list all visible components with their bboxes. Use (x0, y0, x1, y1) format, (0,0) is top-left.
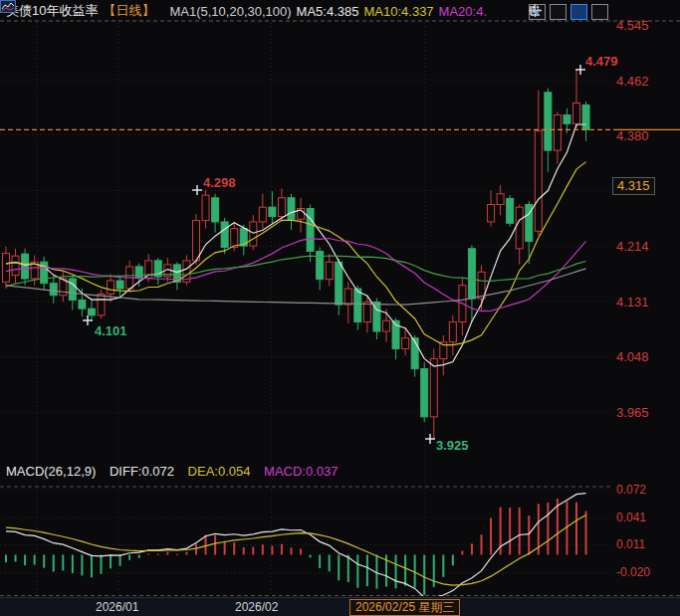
ma-lines (6, 124, 586, 366)
macd-axis-label: -0.020 (616, 565, 650, 579)
chart-canvas[interactable] (0, 0, 680, 616)
price-axis-label: 4.214 (616, 239, 649, 254)
swing-low-label: 4.101 (95, 323, 127, 338)
swing-cross-markers (83, 65, 585, 444)
macd-settings-label: MACD(26,12,9) (6, 464, 96, 479)
price-axis-label: 4.380 (616, 128, 649, 143)
macd-dea-value: DEA:0.054 (188, 464, 251, 479)
swing-high-label: 4.479 (585, 54, 618, 69)
macd-axis-label: 0.011 (616, 537, 645, 551)
current-date-box: 2026/02/25 星期三 (349, 599, 460, 616)
scale-axis-right-icon[interactable] (570, 4, 587, 20)
time-axis-month: 2026/02 (235, 600, 278, 614)
price-axis-label: 4.131 (616, 295, 649, 309)
instrument-title: 美债10年收益率 (6, 2, 98, 20)
swing-high-label: 4.298 (203, 175, 236, 190)
swing-low-label: 3.925 (436, 438, 469, 453)
price-axis-label: 3.965 (616, 405, 649, 420)
candles (3, 69, 590, 439)
boxed-price-label: 4.315 (612, 177, 655, 195)
time-axis-bar: 2026/01 2026/02 2026/02/25 星期三 (0, 597, 680, 616)
ma5-value: MA5:4.385 (297, 4, 359, 19)
scale-axis-left-icon[interactable] (550, 4, 567, 20)
time-axis-month: 2026/01 (96, 600, 138, 614)
macd-diff-value: DIFF:0.072 (110, 464, 174, 479)
macd-header: MACD(26,12,9) DIFF:0.072 DEA:0.054 MACD:… (6, 464, 348, 479)
chart-toolbar (529, 4, 608, 20)
macd-hist-value: MACD:0.037 (264, 464, 338, 479)
price-axis-label: 4.048 (616, 349, 649, 364)
ma-settings-label: MA1(5,10,20,30,100) (169, 4, 291, 19)
ma10-value: MA10:4.337 (363, 4, 433, 19)
macd-axis-label: 0.041 (616, 511, 646, 524)
step-forward-icon[interactable] (591, 4, 608, 20)
period-label[interactable]: 【日线】 (103, 2, 154, 20)
ma20-value: MA20:4. (439, 4, 487, 19)
price-axis-label: 4.462 (616, 74, 649, 89)
chart-window: 美债10年收益率 【日线】 MA1(5,10,20,30,100) MA5:4.… (0, 0, 680, 616)
macd-axis-label: 0.072 (616, 483, 646, 497)
